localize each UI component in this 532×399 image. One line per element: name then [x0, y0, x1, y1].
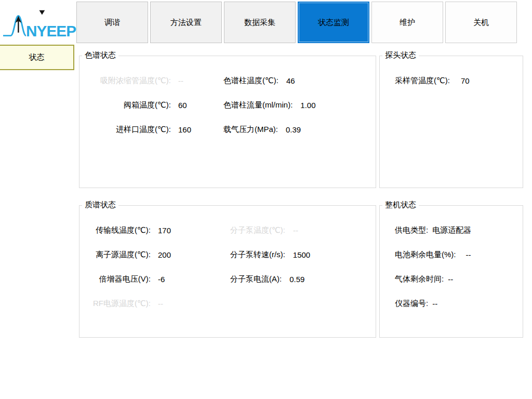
field-value: 160	[178, 125, 191, 134]
groupbox-system-status: 整机状态 供电类型: 电源适配器 电池剩余电量(%): -- 气体剩余时间: -…	[379, 205, 523, 338]
status-row: 离子源温度(℃): 200 分子泵转速(r/s): 1500	[79, 243, 376, 267]
field-label: 进样口温度(℃):	[79, 125, 171, 135]
logo-text: NYEEP	[26, 22, 76, 39]
field-label: 载气压力(MPa):	[223, 125, 278, 135]
groupbox-chromatography-status: 色谱状态 吸附浓缩管温度(℃): -- 色谱柱温度(℃): 46 阀箱温度(℃)…	[79, 56, 376, 188]
nav-tab-shutdown[interactable]: 关机	[445, 2, 517, 43]
field-label: 仪器编号:	[395, 299, 428, 309]
status-row: 传输线温度(℃): 170 分子泵温度(℃): --	[79, 218, 376, 243]
field-value: 1500	[293, 250, 310, 259]
status-row: 电池剩余电量(%): --	[380, 243, 523, 267]
status-row: RF电源温度(℃): --	[79, 291, 376, 316]
field-label: 分子泵转速(r/s):	[230, 250, 285, 260]
groupbox-probe-status: 探头状态 采样管温度(℃): 70	[379, 56, 523, 188]
nav-tab-label: 数据采集	[244, 18, 275, 28]
field-value: --	[293, 226, 298, 235]
nav-tab-label: 方法设置	[170, 18, 202, 28]
field-value: --	[178, 76, 183, 85]
groupbox-title: 整机状态	[382, 200, 419, 210]
field-value: 0.39	[286, 125, 301, 134]
peak-logo-icon: NYEEP	[3, 9, 76, 43]
sidebar-item-label: 状态	[29, 52, 45, 62]
field-value: 0.59	[289, 275, 304, 284]
status-row: 气体剩余时间: --	[380, 267, 523, 291]
groupbox-title: 质谱状态	[82, 200, 118, 210]
field-value: 70	[461, 76, 470, 85]
field-value: --	[466, 250, 471, 259]
status-row: 吸附浓缩管温度(℃): -- 色谱柱温度(℃): 46	[79, 69, 376, 93]
field-value: 46	[286, 76, 295, 85]
nav-tab-label: 调谐	[104, 18, 120, 28]
nav-tab-status-monitoring[interactable]: 状态监测	[298, 2, 369, 43]
nav-tab-label: 状态监测	[318, 18, 349, 28]
field-value: --	[158, 299, 163, 308]
field-label: 气体剩余时间:	[395, 274, 444, 284]
field-label: 供电类型:	[395, 225, 428, 235]
brand-logo: NYEEP	[3, 9, 76, 43]
nav-tab-method-settings[interactable]: 方法设置	[150, 2, 222, 43]
field-label: 分子泵电流(A):	[230, 274, 282, 284]
field-label: 倍增器电压(V):	[79, 274, 151, 284]
groupbox-title: 色谱状态	[82, 50, 118, 60]
app-window: NYEEP 调谐 方法设置 数据采集 状态监测 维护 关机 状态 色谱状态 吸附…	[0, 0, 532, 399]
status-row: 阀箱温度(℃): 60 色谱柱流量(ml/min): 1.00	[79, 93, 376, 117]
field-label: 吸附浓缩管温度(℃):	[79, 76, 171, 86]
field-label: 传输线温度(℃):	[79, 225, 151, 235]
field-value: 170	[158, 226, 171, 235]
nav-tab-maintenance[interactable]: 维护	[371, 2, 443, 43]
groupbox-ms-status: 质谱状态 传输线温度(℃): 170 分子泵温度(℃): -- 离子源温度(℃)…	[79, 205, 376, 338]
sidebar-item-status[interactable]: 状态	[0, 45, 74, 70]
groupbox-title: 探头状态	[382, 50, 419, 60]
status-row: 供电类型: 电源适配器	[380, 218, 523, 243]
field-label: 色谱柱温度(℃):	[223, 76, 278, 86]
field-value: 1.00	[300, 101, 315, 110]
field-value: --	[432, 299, 437, 308]
status-row: 进样口温度(℃): 160 载气压力(MPa): 0.39	[79, 117, 376, 142]
field-value: -6	[158, 275, 165, 284]
nav-tab-data-acquisition[interactable]: 数据采集	[224, 2, 296, 43]
field-value: 60	[178, 101, 187, 110]
field-label: RF电源温度(℃):	[79, 299, 151, 309]
status-row: 仪器编号: --	[380, 291, 523, 316]
field-value: --	[448, 275, 453, 284]
field-label: 采样管温度(℃):	[395, 76, 450, 86]
nav-tab-tuning[interactable]: 调谐	[76, 2, 148, 43]
nav-tab-label: 关机	[473, 18, 489, 28]
status-row: 采样管温度(℃): 70	[380, 69, 523, 93]
field-label: 阀箱温度(℃):	[79, 100, 171, 110]
field-label: 离子源温度(℃):	[79, 250, 151, 260]
field-value: 200	[158, 250, 171, 259]
field-value: 电源适配器	[432, 225, 471, 235]
field-label: 电池剩余电量(%):	[395, 250, 456, 260]
field-label: 分子泵温度(℃):	[230, 225, 285, 235]
status-row: 倍增器电压(V): -6 分子泵电流(A): 0.59	[79, 267, 376, 291]
field-label: 色谱柱流量(ml/min):	[223, 100, 292, 110]
nav-tab-label: 维护	[400, 18, 415, 28]
